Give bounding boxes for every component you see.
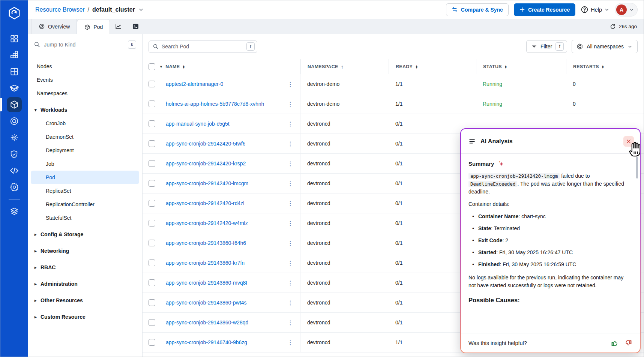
create-resource-button[interactable]: Create Resource: [514, 3, 575, 16]
row-menu-icon[interactable]: ⋮: [285, 140, 296, 147]
thumbs-down-button[interactable]: [625, 339, 632, 347]
ai-close-button[interactable]: [623, 136, 634, 147]
row-checkbox[interactable]: [149, 220, 155, 226]
row-checkbox[interactable]: [149, 81, 155, 87]
table-header-namespace[interactable]: NAMESPACE ↑: [300, 59, 389, 74]
rail-settings-gear-icon[interactable]: [0, 179, 28, 195]
row-checkbox[interactable]: [149, 260, 155, 266]
pod-name-link[interactable]: apptest2-alertmanager-0: [166, 81, 223, 87]
filter-button[interactable]: Filter f: [526, 40, 567, 53]
pod-name-link[interactable]: app-manual-sync-job-c5g5t: [166, 121, 230, 127]
help-menu[interactable]: Help: [581, 6, 609, 14]
user-menu[interactable]: A: [615, 3, 638, 16]
pod-name-link[interactable]: app-sync-cronjob-29143860-kr7fn: [166, 260, 245, 266]
refresh-status[interactable]: 26s ago: [603, 19, 644, 34]
kind-nav-item-replicaset[interactable]: ReplicaSet: [31, 184, 139, 198]
pod-name-link[interactable]: app-sync-cronjob-29142420-w4mlz: [166, 220, 248, 226]
rail-code-icon[interactable]: [0, 162, 28, 179]
kind-nav-item-job[interactable]: Job: [31, 157, 139, 171]
row-menu-icon[interactable]: ⋮: [285, 160, 296, 167]
row-checkbox[interactable]: [149, 339, 155, 346]
row-menu-icon[interactable]: ⋮: [285, 120, 296, 128]
kind-nav-item-networking[interactable]: ▸Networking: [31, 244, 139, 258]
row-checkbox[interactable]: [149, 140, 155, 147]
pod-name-link[interactable]: holmes-ai-app-holmes-5b9778c7d8-xvhnh: [166, 101, 264, 107]
pod-name-link[interactable]: app-sync-cronjob-29142420-lmcgm: [166, 180, 248, 186]
sort-icon[interactable]: ▲▼: [602, 65, 604, 69]
rail-resource-browser-icon[interactable]: [0, 96, 28, 113]
thumbs-up-button[interactable]: [611, 339, 618, 347]
rail-apps-icon[interactable]: [0, 30, 28, 47]
sort-icon[interactable]: ▲▼: [415, 65, 418, 69]
row-checkbox[interactable]: [149, 319, 155, 326]
row-checkbox[interactable]: [149, 240, 155, 246]
row-menu-icon[interactable]: ⋮: [285, 260, 296, 267]
pod-name-link[interactable]: app-sync-cronjob-29142420-5twf6: [166, 141, 245, 147]
row-menu-icon[interactable]: ⋮: [285, 279, 296, 286]
row-checkbox[interactable]: [149, 160, 155, 167]
kind-nav-item-events[interactable]: Events: [31, 73, 139, 87]
table-header-restarts[interactable]: RESTARTS ▲▼: [566, 59, 644, 74]
select-all-checkbox[interactable]: [149, 63, 155, 70]
rail-target-icon[interactable]: [0, 113, 28, 129]
kind-nav-item-pod[interactable]: Pod: [31, 171, 139, 184]
kind-nav-item-daemonset[interactable]: DaemonSet: [31, 130, 139, 144]
kind-nav-item-other-resources[interactable]: ▸Other Resources: [31, 294, 139, 307]
kind-nav-item-custom-resource[interactable]: ▸Custom Resource: [31, 310, 139, 324]
rail-jobs-icon[interactable]: [0, 129, 28, 146]
row-checkbox[interactable]: [149, 180, 155, 187]
pod-name-link[interactable]: app-sync-cronjob-29142420-rd4zl: [166, 200, 244, 206]
row-checkbox[interactable]: [149, 200, 155, 207]
table-header-status[interactable]: STATUS ▲▼: [476, 59, 566, 74]
pod-name-link[interactable]: app-sync-cronjob-29143860-mvq8t: [166, 280, 247, 286]
tab-overview[interactable]: Overview: [32, 19, 77, 34]
sort-icon[interactable]: ▲▼: [504, 65, 507, 69]
scrollbar-thumb[interactable]: [636, 157, 638, 178]
row-menu-icon[interactable]: ⋮: [285, 319, 296, 326]
pod-name-link[interactable]: app-sync-cronjob-29146740-9b6zg: [166, 339, 247, 345]
rail-security-shield-icon[interactable]: [0, 146, 28, 162]
row-menu-icon[interactable]: ⋮: [285, 339, 296, 346]
breadcrumb-resource-browser-link[interactable]: Resource Browser: [35, 6, 85, 13]
compare-sync-button[interactable]: Compare & Sync: [446, 3, 509, 16]
kind-nav-item-config-storage[interactable]: ▸Config & Storage: [31, 228, 139, 241]
pod-name-link[interactable]: app-sync-cronjob-29142420-krsp2: [166, 160, 246, 166]
rail-bundle-icon[interactable]: [0, 80, 28, 96]
pod-name-link[interactable]: app-sync-cronjob-29143860-w28qd: [166, 320, 248, 326]
tab-pod[interactable]: Pod: [77, 19, 110, 34]
pod-name-link[interactable]: app-sync-cronjob-29143860-pwt4s: [166, 300, 247, 306]
row-menu-icon[interactable]: ⋮: [285, 299, 296, 306]
row-menu-icon[interactable]: ⋮: [285, 220, 296, 227]
row-menu-icon[interactable]: ⋮: [285, 100, 296, 108]
row-checkbox[interactable]: [149, 100, 155, 107]
row-menu-icon[interactable]: ⋮: [285, 180, 296, 187]
kind-nav-item-nodes[interactable]: Nodes: [31, 60, 139, 73]
sort-icon[interactable]: ▲▼: [182, 65, 185, 69]
jump-to-kind-input[interactable]: [44, 42, 124, 48]
kind-nav-item-rbac[interactable]: ▸RBAC: [31, 261, 139, 274]
cluster-chevron-down-icon[interactable]: [138, 7, 144, 13]
tab-monitoring[interactable]: [110, 19, 127, 34]
row-menu-icon[interactable]: ⋮: [285, 200, 296, 207]
kind-nav-item-namespaces[interactable]: Namespaces: [31, 87, 139, 100]
namespace-selector[interactable]: All namespaces: [572, 40, 638, 53]
row-checkbox[interactable]: [149, 299, 155, 306]
rail-stack-icon[interactable]: [0, 203, 28, 220]
kind-nav-item-statefulset[interactable]: StatefulSet: [31, 211, 139, 225]
table-header-ready[interactable]: READY ▲▼: [389, 59, 476, 74]
table-header-name[interactable]: ▾ NAME ▲▼: [143, 59, 300, 74]
search-pod-input[interactable]: [162, 44, 243, 50]
kind-nav-item-administration[interactable]: ▸Administration: [31, 277, 139, 291]
kind-nav-item-deployment[interactable]: Deployment: [31, 144, 139, 157]
pod-name-link[interactable]: app-sync-cronjob-29143860-f64h6: [166, 240, 246, 246]
rail-chart-builder-icon[interactable]: [0, 47, 28, 63]
row-checkbox[interactable]: [149, 279, 155, 286]
row-menu-icon[interactable]: ⋮: [285, 240, 296, 247]
rail-app-grid-icon[interactable]: [0, 63, 28, 80]
kind-nav-item-workloads[interactable]: ▾Workloads: [31, 103, 139, 117]
row-menu-icon[interactable]: ⋮: [285, 81, 296, 88]
devtron-logo-icon[interactable]: [7, 6, 22, 21]
row-checkbox[interactable]: [149, 120, 155, 127]
select-all-chevron-icon[interactable]: ▾: [160, 64, 162, 69]
tab-terminal[interactable]: [127, 19, 144, 34]
